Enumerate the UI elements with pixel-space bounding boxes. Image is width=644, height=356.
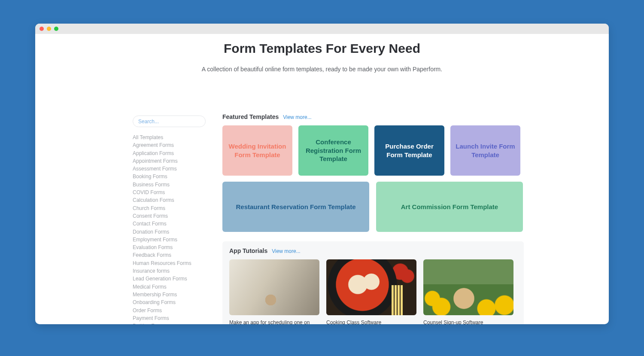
template-card-art-commission[interactable]: Art Commission Form Template [376, 182, 523, 232]
category-item[interactable]: Application Forms [133, 149, 219, 157]
category-item[interactable]: Contact Forms [133, 220, 219, 228]
tutorials-grid: Make an app for scheduling one on one Co… [229, 259, 517, 324]
category-item[interactable]: COVID Forms [133, 189, 219, 196]
category-item[interactable]: All Templates [133, 134, 219, 141]
search-input[interactable] [133, 116, 206, 127]
page-subtitle: A collection of beautiful online form te… [35, 66, 609, 73]
featured-grid-wide: Restaurant Reservation Form Template Art… [222, 182, 524, 232]
tutorial-thumbnail [229, 259, 319, 315]
template-card-label: Conference Registration Form Template [303, 138, 364, 163]
category-item[interactable]: Consent Forms [133, 212, 219, 220]
tutorial-thumbnail [326, 259, 416, 315]
category-item[interactable]: Church Forms [133, 204, 219, 212]
category-item[interactable]: Donation Forms [133, 228, 219, 236]
template-card-conference[interactable]: Conference Registration Form Template [298, 125, 368, 176]
template-card-restaurant[interactable]: Restaurant Reservation Form Template [222, 182, 369, 232]
featured-grid: Wedding Invitation Form Template Confere… [222, 125, 524, 176]
category-item[interactable]: Calculation Forms [133, 196, 219, 204]
window-titlebar [35, 24, 609, 34]
featured-view-more-link[interactable]: View more... [283, 114, 311, 120]
category-item[interactable]: Booking Forms [133, 173, 219, 180]
category-item[interactable]: Employment Forms [133, 236, 219, 243]
category-item[interactable]: Lead Generation Forms [133, 275, 219, 283]
featured-title: Featured Templates [222, 113, 279, 120]
template-card-label: Art Commission Form Template [401, 203, 498, 210]
page-title: Form Templates For Every Need [35, 41, 609, 56]
category-item[interactable]: Agreement Forms [133, 141, 219, 149]
tutorial-card[interactable]: Make an app for scheduling one on one [229, 259, 319, 324]
main-content: Featured Templates View more... Wedding … [222, 113, 524, 324]
tutorial-card[interactable]: Counsel Sign-up Software [423, 259, 513, 324]
window-close-icon[interactable] [39, 27, 44, 31]
tutorial-thumbnail [423, 259, 513, 315]
template-card-purchase-order[interactable]: Purchase Order Form Template [374, 125, 444, 176]
category-item[interactable]: Evaluation Forms [133, 243, 219, 251]
tutorials-title: App Tutorials [229, 247, 267, 254]
category-item[interactable]: Assessment Forms [133, 165, 219, 173]
tutorial-card[interactable]: Cooking Class Software [326, 259, 416, 324]
category-item[interactable]: Medical Forms [133, 283, 219, 291]
category-item[interactable]: Feedback Forms [133, 251, 219, 259]
category-item[interactable]: Order Forms [133, 307, 219, 314]
template-card-label: Purchase Order Form Template [379, 142, 440, 159]
category-item[interactable]: Petition Forms [133, 322, 219, 324]
tutorial-title: Make an app for scheduling one on one [229, 319, 319, 324]
browser-window: Form Templates For Every Need A collecti… [35, 24, 609, 324]
template-card-launch-invite[interactable]: Launch Invite Form Template [450, 125, 520, 176]
template-card-label: Restaurant Reservation Form Template [236, 203, 356, 210]
template-card-label: Launch Invite Form Template [455, 142, 516, 159]
category-list: All Templates Agreement Forms Applicatio… [133, 134, 219, 324]
category-item[interactable]: Payment Forms [133, 314, 219, 322]
tutorials-section: App Tutorials View more... Make an app f… [222, 241, 524, 324]
template-card-label: Wedding Invitation Form Template [227, 142, 288, 159]
category-item[interactable]: Human Resources Forms [133, 259, 219, 267]
sidebar: All Templates Agreement Forms Applicatio… [133, 116, 219, 324]
tutorials-view-more-link[interactable]: View more... [272, 248, 300, 254]
category-item[interactable]: Membership Forms [133, 291, 219, 298]
page-content: Form Templates For Every Need A collecti… [35, 34, 609, 324]
category-item[interactable]: Appointment Forms [133, 157, 219, 165]
category-item[interactable]: Business Forms [133, 181, 219, 189]
window-maximize-icon[interactable] [54, 27, 58, 31]
category-item[interactable]: Onboarding Forms [133, 298, 219, 306]
tutorial-title: Counsel Sign-up Software [423, 319, 513, 324]
tutorial-title: Cooking Class Software [326, 319, 416, 324]
tutorials-header: App Tutorials View more... [229, 247, 517, 254]
window-minimize-icon[interactable] [47, 27, 51, 31]
featured-header: Featured Templates View more... [222, 113, 524, 120]
category-item[interactable]: Insurance forms [133, 267, 219, 275]
template-card-wedding[interactable]: Wedding Invitation Form Template [222, 125, 292, 176]
